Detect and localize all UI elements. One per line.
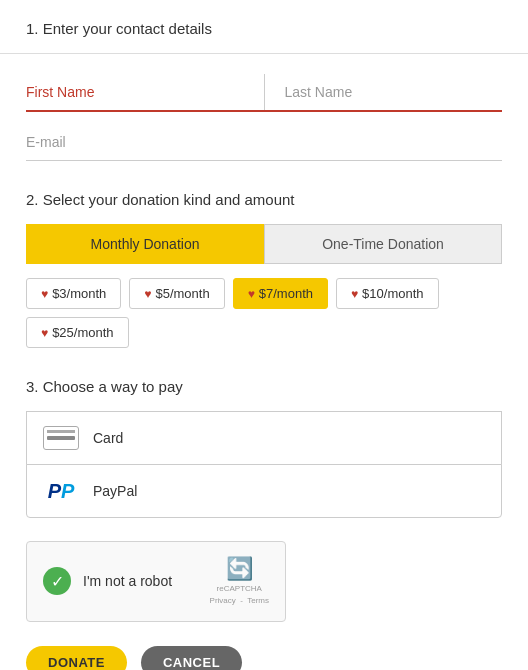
recaptcha-privacy-terms: Privacy - Terms — [210, 596, 269, 606]
onetime-donation-btn[interactable]: One-Time Donation — [264, 224, 502, 264]
contact-section: 1. Enter your contact details — [26, 20, 502, 161]
donation-type-row: Monthly Donation One-Time Donation — [26, 224, 502, 264]
heart-icon-25: ♥ — [41, 326, 48, 340]
last-name-input[interactable] — [265, 74, 503, 110]
name-row — [26, 74, 502, 112]
action-row: DONATE CANCEL — [26, 646, 502, 670]
checkmark-icon: ✓ — [43, 567, 71, 595]
first-name-input[interactable] — [26, 74, 265, 110]
recaptcha-logo-icon: 🔄 — [226, 556, 253, 582]
heart-icon-5: ♥ — [144, 287, 151, 301]
email-row — [26, 124, 502, 161]
recaptcha-right: 🔄 reCAPTCHA Privacy - Terms — [210, 556, 269, 607]
amount-5-btn[interactable]: ♥ $5/month — [129, 278, 224, 309]
heart-icon-7: ♥ — [248, 287, 255, 301]
heart-icon-3: ♥ — [41, 287, 48, 301]
paypal-option[interactable]: PP PayPal — [26, 464, 502, 518]
donate-button[interactable]: DONATE — [26, 646, 127, 670]
section-2-title: 2. Select your donation kind and amount — [26, 191, 502, 208]
recaptcha-left: ✓ I'm not a robot — [43, 567, 172, 595]
recaptcha-brand: reCAPTCHA — [217, 584, 262, 594]
divider-1 — [0, 53, 528, 54]
heart-icon-10: ♥ — [351, 287, 358, 301]
monthly-donation-btn[interactable]: Monthly Donation — [26, 224, 264, 264]
card-icon-inner — [47, 436, 75, 440]
payment-section: 3. Choose a way to pay Card PP PayPal — [26, 378, 502, 518]
amount-10-btn[interactable]: ♥ $10/month — [336, 278, 439, 309]
amount-25-btn[interactable]: ♥ $25/month — [26, 317, 129, 348]
donation-section: 2. Select your donation kind and amount … — [26, 191, 502, 348]
cancel-button[interactable]: CANCEL — [141, 646, 242, 670]
robot-label: I'm not a robot — [83, 573, 172, 589]
email-input[interactable] — [26, 124, 502, 160]
card-option[interactable]: Card — [26, 411, 502, 465]
amounts-row: ♥ $3/month ♥ $5/month ♥ $7/month ♥ $10/m… — [26, 278, 502, 348]
paypal-label: PayPal — [93, 483, 137, 499]
section-1-title: 1. Enter your contact details — [26, 20, 502, 37]
recaptcha-box[interactable]: ✓ I'm not a robot 🔄 reCAPTCHA Privacy - … — [26, 541, 286, 622]
amount-3-btn[interactable]: ♥ $3/month — [26, 278, 121, 309]
section-3-title: 3. Choose a way to pay — [26, 378, 502, 395]
card-label: Card — [93, 430, 123, 446]
amount-7-btn[interactable]: ♥ $7/month — [233, 278, 328, 309]
card-icon — [43, 426, 79, 450]
paypal-icon: PP — [43, 479, 79, 503]
